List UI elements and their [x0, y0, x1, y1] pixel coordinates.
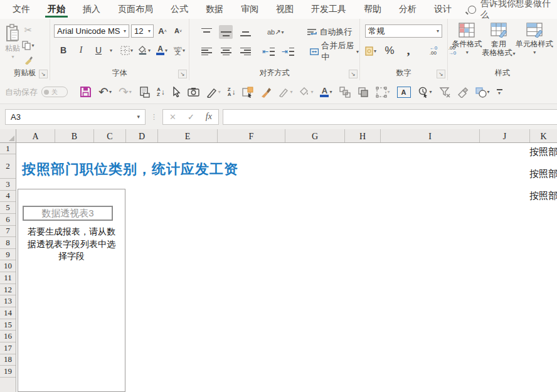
decrease-indent-button[interactable]: ⇤ — [262, 45, 275, 58]
undo-button[interactable]: ↶▾ — [98, 86, 112, 98]
row-header-12[interactable]: 12 — [0, 284, 16, 296]
align-right-button[interactable] — [238, 45, 252, 58]
edit-shape-button[interactable]: ▾ — [278, 87, 292, 97]
column-header-d[interactable]: D — [126, 129, 158, 142]
group-objects-button[interactable]: ▾ — [376, 87, 390, 98]
tab-data[interactable]: 数据 — [197, 0, 232, 19]
column-header-a[interactable]: A — [16, 129, 55, 142]
number-format-combo[interactable]: 常规 ▾ — [365, 24, 442, 38]
autosave-toggle[interactable]: 自动保存 关 — [5, 87, 68, 98]
row-header-17[interactable]: 17 — [0, 342, 16, 354]
formula-bar-resize-handle[interactable]: ⋮ — [151, 115, 157, 119]
column-header-i[interactable]: I — [381, 129, 480, 142]
tab-developer[interactable]: 开发工具 — [302, 0, 355, 19]
text-box-button[interactable]: A — [397, 87, 411, 98]
clear-filter-button[interactable] — [439, 87, 450, 98]
tab-design[interactable]: 设计 — [425, 0, 460, 19]
font-size-combo[interactable]: 12 ▾ — [131, 24, 154, 38]
worksheet-title-cell[interactable]: 按照部门职位类别，统计应发工资 — [22, 160, 238, 179]
clipboard-dialog-launcher[interactable]: ↘ — [39, 70, 48, 78]
bring-forward-button[interactable] — [358, 87, 369, 98]
row-header-2[interactable]: 2 — [0, 154, 16, 179]
row-header-19[interactable]: 19 — [0, 366, 16, 378]
increase-indent-button[interactable]: ⇥ — [281, 45, 295, 58]
qat-format-painter-button[interactable] — [260, 87, 272, 98]
merge-center-button[interactable]: 合并后居中 ▾ — [309, 45, 359, 58]
column-header-e[interactable]: E — [158, 129, 218, 142]
tab-page-layout[interactable]: 页面布局 — [109, 0, 162, 19]
row-header-7[interactable]: 7 — [0, 226, 16, 238]
cell-styles-button[interactable]: 单元格样式 ▾ — [516, 23, 553, 68]
draw-pen-button[interactable]: ▾ — [206, 87, 221, 98]
select-objects-button[interactable] — [242, 87, 253, 98]
save-button[interactable] — [80, 86, 92, 98]
row-header-3[interactable]: 3 — [0, 179, 16, 191]
copy-button[interactable]: ▾ — [21, 39, 35, 52]
button-control-button[interactable]: ▾ — [418, 87, 432, 98]
row-header-10[interactable]: 10 — [0, 260, 16, 272]
shrink-font-button[interactable]: A˅ — [171, 24, 185, 38]
column-header-k[interactable]: K — [530, 129, 557, 142]
number-dialog-launcher[interactable]: ↘ — [437, 70, 445, 78]
cell-k3[interactable]: 按照部 — [529, 190, 557, 202]
row-header-8[interactable]: 8 — [0, 237, 16, 249]
increase-decimal-button[interactable]: ←0.00 — [427, 44, 440, 58]
qat-fill-color-button[interactable]: ▾ — [299, 87, 313, 97]
alignment-dialog-launcher[interactable]: ↘ — [349, 70, 358, 78]
underline-dropdown-icon[interactable]: ▾ — [110, 48, 112, 53]
column-header-g[interactable]: G — [285, 129, 345, 142]
column-header-b[interactable]: B — [55, 129, 94, 142]
align-left-button[interactable] — [199, 45, 213, 58]
align-middle-button[interactable] — [219, 25, 233, 39]
select-pointer-button[interactable] — [172, 87, 181, 97]
autosave-switch[interactable]: 关 — [41, 87, 68, 97]
bold-button[interactable]: B — [56, 43, 70, 57]
comma-style-button[interactable]: , — [401, 44, 415, 58]
font-color-button[interactable]: A ▾ — [155, 43, 169, 57]
column-header-c[interactable]: C — [94, 129, 126, 142]
tab-formulas[interactable]: 公式 — [162, 0, 197, 19]
cancel-entry-button[interactable]: ✕ — [169, 112, 176, 122]
orientation-button[interactable]: ab↗▾ — [267, 25, 284, 39]
pivot-table-name-box[interactable]: 数据透视表3 — [23, 206, 113, 221]
align-top-button[interactable] — [199, 25, 213, 39]
percent-style-button[interactable]: % — [383, 44, 396, 58]
row-header-1[interactable]: 1 — [0, 143, 16, 154]
camera-button[interactable] — [188, 87, 199, 97]
tab-view[interactable]: 视图 — [267, 0, 302, 19]
underline-button[interactable]: U — [92, 43, 105, 57]
align-center-button[interactable] — [219, 45, 233, 58]
more-commands-button[interactable]: ▾ — [497, 89, 502, 95]
insert-function-button[interactable]: fx — [206, 112, 212, 122]
column-header-h[interactable]: H — [345, 129, 381, 142]
cut-button[interactable]: ✂ — [21, 24, 35, 37]
grow-font-button[interactable]: A˄ — [156, 24, 169, 38]
row-header-15[interactable]: 15 — [0, 319, 16, 331]
italic-button[interactable]: I — [74, 43, 88, 57]
row-header-6[interactable]: 6 — [0, 214, 16, 226]
conditional-formatting-button[interactable]: 条件格式 ▾ — [452, 23, 482, 68]
qat-font-color-button[interactable]: A ▾ — [320, 87, 332, 97]
format-painter-button[interactable] — [21, 53, 35, 66]
row-header-4[interactable]: 4 — [0, 191, 16, 203]
tab-analyze[interactable]: 分析 — [390, 0, 425, 19]
row-header-16[interactable]: 16 — [0, 331, 16, 342]
cell-k2[interactable]: 按照部 — [529, 168, 557, 180]
row-header-13[interactable]: 13 — [0, 295, 16, 307]
formula-input[interactable] — [223, 109, 557, 125]
format-as-table-button[interactable]: 套用 表格格式▾ — [482, 23, 515, 68]
row-header-11[interactable]: 11 — [0, 272, 16, 284]
paste-button[interactable]: 粘贴 ▾ — [5, 24, 20, 66]
duplicate-shapes-button[interactable] — [339, 87, 351, 98]
column-header-f[interactable]: F — [218, 129, 285, 142]
row-header-18[interactable]: 18 — [0, 354, 16, 366]
phonetic-guide-button[interactable]: wén 文 ▾ — [172, 43, 186, 57]
tell-me-search[interactable]: 告诉我你想要做什么 — [468, 0, 557, 21]
sort-ascending-button[interactable]: AZ↓ — [157, 87, 165, 97]
cell-k1[interactable]: 按照部 — [529, 146, 557, 158]
tab-review[interactable]: 审阅 — [232, 0, 267, 19]
pivot-table-placeholder[interactable]: 数据透视表3 若要生成报表，请从数 据透视表字段列表中选 择字段 — [18, 189, 125, 392]
print-preview-button[interactable] — [139, 87, 150, 98]
column-header-j[interactable]: J — [480, 129, 530, 142]
row-header-14[interactable]: 14 — [0, 307, 16, 319]
